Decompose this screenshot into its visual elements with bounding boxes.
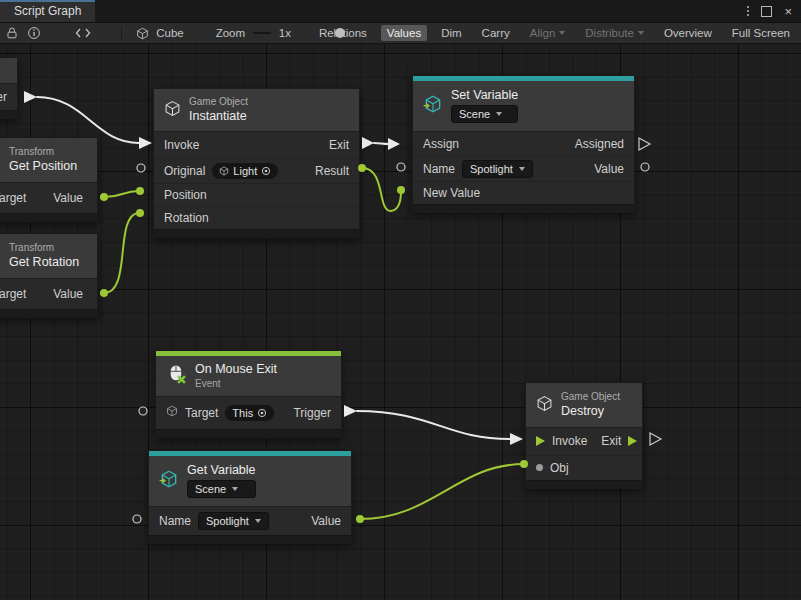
port-label-position: Position: [164, 188, 207, 202]
zoom-value: 1x: [279, 27, 291, 39]
node-offscreen-event[interactable]: Trigger: [0, 57, 18, 119]
tab-bar: Script Graph ×: [0, 0, 801, 22]
script-graph-window: Script Graph × Cube Zoom 1x Rel: [0, 0, 801, 600]
port-label-rotation: Rotation: [164, 211, 209, 225]
overview-button[interactable]: Overview: [658, 25, 718, 41]
port-label-target: Target: [185, 406, 218, 420]
variable-kind-value: Scene: [195, 482, 226, 496]
full-screen-button[interactable]: Full Screen: [726, 25, 796, 41]
port-label-value: Value: [594, 162, 624, 176]
port-label-obj: Obj: [550, 461, 569, 475]
node-title: Set Variable: [451, 89, 518, 102]
variable-icon: [159, 469, 179, 492]
control-port-out-icon[interactable]: [628, 436, 637, 446]
node-category: Game Object: [189, 97, 248, 107]
port-label-exit: Exit: [329, 138, 349, 152]
target-icon[interactable]: [261, 166, 271, 176]
variable-icon: [423, 94, 443, 117]
mouse-event-icon: [166, 364, 187, 388]
values-button[interactable]: Values: [381, 25, 427, 41]
zoom-label: Zoom: [216, 27, 245, 39]
distribute-label: Distribute: [585, 27, 634, 39]
port-label-trigger: Trigger: [0, 90, 7, 104]
caret-down-icon: [255, 519, 261, 523]
object-picker-value: This: [232, 406, 253, 420]
port-label-value: Value: [53, 191, 83, 205]
value-port-icon[interactable]: [536, 464, 543, 471]
node-title: On Mouse Exit: [195, 363, 277, 376]
port-label-new-value: New Value: [423, 186, 480, 200]
port-label-value: Value: [311, 514, 341, 528]
info-icon[interactable]: [27, 25, 41, 41]
control-port-in-icon[interactable]: [536, 436, 545, 446]
node-title: Get Rotation: [9, 256, 79, 269]
cube-icon: [133, 25, 151, 41]
variable-kind-dropdown[interactable]: Scene: [187, 480, 256, 498]
port-label-target: Target: [0, 287, 26, 301]
caret-down-icon: [496, 112, 502, 116]
graph-canvas[interactable]: Trigger Transform Get Position Target Va…: [0, 44, 801, 600]
zoom-slider[interactable]: [253, 26, 271, 40]
code-icon[interactable]: [75, 25, 91, 41]
target-object-label: Cube: [156, 27, 184, 39]
target-icon[interactable]: [257, 408, 267, 418]
close-icon[interactable]: ×: [784, 5, 792, 18]
port-label-result: Result: [315, 164, 349, 178]
port-label-assign: Assign: [423, 137, 459, 151]
dim-button[interactable]: Dim: [435, 25, 467, 41]
tab-title: Script Graph: [14, 4, 81, 18]
port-label-target: Target: [0, 191, 26, 205]
caret-down-icon: [232, 487, 238, 491]
node-title: Destroy: [561, 405, 620, 418]
node-title: Get Variable: [187, 464, 256, 477]
carry-button[interactable]: Carry: [476, 25, 516, 41]
node-get-variable[interactable]: Get Variable Scene Name Spotlight Value: [148, 450, 352, 544]
node-get-rotation[interactable]: Transform Get Rotation Target Value: [0, 233, 98, 318]
cube-icon: [219, 166, 229, 176]
variable-name-dropdown[interactable]: Spotlight: [462, 160, 533, 178]
node-set-variable[interactable]: Set Variable Scene Assign Assigned Name …: [412, 75, 635, 213]
caret-down-icon: [519, 167, 525, 171]
object-picker-value: Light: [233, 164, 257, 178]
object-picker-this[interactable]: This: [225, 405, 274, 421]
graph-toolbar: Cube Zoom 1x Relations Values Dim Carry …: [0, 22, 801, 44]
gameobject-cube-icon: [166, 405, 178, 420]
variable-name-dropdown[interactable]: Spotlight: [198, 512, 269, 530]
port-label-invoke: Invoke: [552, 434, 587, 448]
port-label-trigger: Trigger: [293, 406, 331, 420]
kebab-menu-icon[interactable]: [747, 6, 749, 16]
align-label: Align: [530, 27, 556, 39]
node-on-mouse-exit[interactable]: On Mouse Exit Event Target This Trigger: [155, 350, 342, 438]
gameobject-cube-icon: [536, 395, 553, 415]
port-label-value: Value: [53, 287, 83, 301]
port-label-exit: Exit: [601, 434, 621, 448]
port-label-assigned: Assigned: [575, 137, 624, 151]
port-label-name: Name: [423, 162, 455, 176]
node-get-position[interactable]: Transform Get Position Target Value: [0, 137, 98, 222]
caret-down-icon: [559, 31, 565, 35]
node-category: Game Object: [561, 392, 620, 402]
variable-kind-dropdown[interactable]: Scene: [451, 105, 518, 123]
gameobject-cube-icon: [164, 100, 181, 120]
port-label-original: Original: [164, 164, 205, 178]
variable-name-value: Spotlight: [206, 514, 249, 528]
node-category: Transform: [9, 147, 77, 157]
node-subtitle: Event: [195, 379, 277, 389]
node-category: Transform: [9, 243, 79, 253]
node-title: Instantiate: [189, 110, 248, 123]
tab-script-graph[interactable]: Script Graph: [0, 0, 95, 22]
distribute-button[interactable]: Distribute: [579, 25, 650, 41]
node-destroy[interactable]: Game Object Destroy Invoke Exit Obj: [525, 382, 643, 489]
lock-icon[interactable]: [5, 25, 19, 41]
port-label-invoke: Invoke: [164, 138, 199, 152]
object-picker-light[interactable]: Light: [212, 163, 278, 179]
align-button[interactable]: Align: [524, 25, 572, 41]
maximize-icon[interactable]: [761, 6, 772, 17]
node-title: Get Position: [9, 160, 77, 173]
port-label-name: Name: [159, 514, 191, 528]
caret-down-icon: [638, 31, 644, 35]
variable-kind-value: Scene: [459, 107, 490, 121]
node-instantiate[interactable]: Game Object Instantiate Invoke Exit Orig…: [153, 88, 360, 238]
variable-name-value: Spotlight: [470, 162, 513, 176]
